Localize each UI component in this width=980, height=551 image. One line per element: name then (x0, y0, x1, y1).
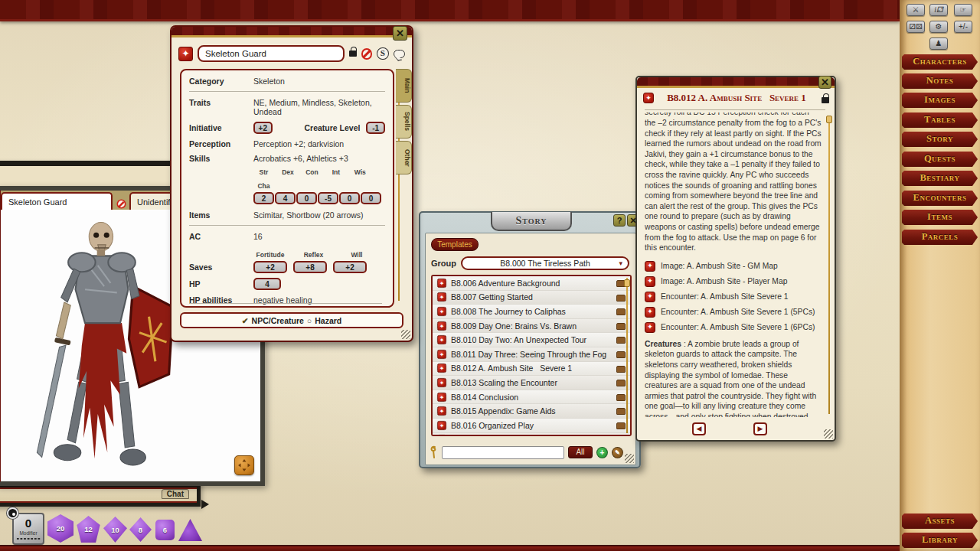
tab-main[interactable]: Main (396, 69, 412, 103)
wis-value[interactable]: 0 (339, 192, 360, 204)
book-icon[interactable] (616, 408, 626, 415)
edit-button[interactable]: ✎ (612, 447, 623, 458)
resize-grip[interactable] (401, 330, 410, 339)
book-icon[interactable] (616, 380, 626, 386)
book-icon[interactable] (616, 295, 626, 302)
pan-image-button[interactable] (234, 455, 254, 475)
next-page-button[interactable]: ▶ (753, 422, 767, 435)
close-button[interactable]: ✕ (818, 76, 831, 89)
int-value[interactable]: -5 (318, 192, 338, 204)
story-entry-row[interactable]: ✦B8.010 Day Two: An Unexpected Tour (433, 333, 630, 347)
sidebar-item-characters[interactable]: Characters (902, 54, 978, 70)
perception-value[interactable]: Perception +2; darkvision (253, 139, 344, 148)
radio-hazard-label[interactable]: Hazard (315, 316, 341, 325)
traits-value[interactable]: NE, Medium, Mindless, Skeleton, Undead (253, 98, 385, 116)
will-value[interactable]: +2 (333, 261, 367, 273)
story-entry-row[interactable]: ✦B8.006 Adventure Background (433, 276, 630, 291)
attack-dice-icon[interactable]: ⚔ (906, 4, 925, 16)
lock-icon[interactable] (349, 51, 357, 57)
ac-value[interactable]: 16 (253, 232, 263, 241)
d6-die[interactable]: 6 (155, 520, 175, 540)
sidebar-item-items[interactable]: Items (902, 210, 978, 225)
hp-value[interactable]: 4 (253, 278, 281, 290)
entry-text[interactable]: secretly roll a DC 15 Perception check f… (645, 112, 822, 417)
identify-dice-icon[interactable]: i⚁ (929, 4, 948, 16)
filter-all-button[interactable]: All (568, 446, 593, 458)
creature-level-value[interactable]: -1 (366, 122, 385, 134)
close-button[interactable]: ✕ (393, 26, 407, 41)
lock-icon[interactable] (822, 97, 829, 103)
character-icon[interactable]: ♟ (929, 37, 948, 50)
resize-grip[interactable] (625, 454, 634, 463)
dex-value[interactable]: 4 (275, 192, 296, 204)
link-encounter-6pc[interactable]: ✦Encounter: A. Ambush Site Severe 1 (6PC… (645, 322, 822, 333)
story-entry-row[interactable]: ✦B8.015 Appendix: Game Aids (433, 404, 630, 419)
book-icon[interactable] (616, 394, 626, 401)
story-entry-row[interactable]: ✦B8.016 Organized Play (433, 419, 630, 433)
fortitude-value[interactable]: +2 (253, 261, 287, 273)
pointer-icon[interactable]: ☞ (954, 4, 972, 16)
radio-unchecked-icon[interactable]: ○ (307, 316, 312, 325)
story-entry-row[interactable]: ✦B8.008 The Journey to Caliphas (433, 305, 630, 319)
speak-initial-icon[interactable]: S (377, 47, 388, 60)
skills-value[interactable]: Acrobatics +6, Athletics +3 (253, 154, 348, 163)
sidebar-item-bestiary[interactable]: Bestiary (902, 171, 978, 186)
sidebar-item-assets[interactable]: Assets (902, 514, 978, 529)
entry-scrollbar[interactable] (828, 116, 830, 414)
story-entry-row[interactable]: ✦B8.013 Scaling the Encounter (433, 376, 630, 390)
add-entry-button[interactable]: + (596, 447, 608, 458)
d4-die[interactable] (178, 519, 202, 541)
help-button[interactable]: ? (613, 214, 626, 227)
chat-tab[interactable]: Chat (162, 489, 189, 499)
story-entry-row[interactable]: ✦B8.009 Day One: Brains Vs. Brawn (433, 319, 630, 334)
sidebar-item-story[interactable]: Story (902, 132, 978, 147)
story-list-window[interactable]: Story ? ✕ Templates Group B8.000 The Tir… (419, 211, 641, 468)
reflex-value[interactable]: +8 (293, 261, 327, 273)
npc-name-input[interactable] (198, 45, 345, 62)
prev-page-button[interactable]: ◀ (692, 422, 706, 435)
sidebar-item-images[interactable]: Images (902, 93, 978, 108)
book-icon[interactable] (616, 323, 626, 330)
story-entry-row[interactable]: ✦B8.011 Day Three: Seeing Through the Fo… (433, 347, 630, 362)
d12-die[interactable]: 12 (76, 516, 101, 543)
book-icon[interactable] (616, 308, 626, 315)
token-slot-icon[interactable] (361, 48, 373, 60)
items-value[interactable]: Scimitar, Shortbow (20 arrows) (253, 210, 364, 220)
radio-npc-creature-label[interactable]: NPC/Creature (252, 316, 304, 325)
con-value[interactable]: 0 (296, 192, 317, 204)
link-encounter-5pc[interactable]: ✦Encounter: A. Ambush Site Severe 1 (5PC… (645, 307, 822, 318)
sidebar-item-tables[interactable]: Tables (902, 112, 978, 128)
book-icon[interactable] (616, 422, 626, 429)
sidebar-item-parcels[interactable]: Parcels (902, 230, 978, 245)
book-icon[interactable] (616, 351, 626, 358)
radio-checked-icon[interactable]: ✔ (242, 316, 249, 325)
d20-die[interactable]: 20 (47, 514, 74, 543)
tab-spells[interactable]: Spells (396, 105, 412, 139)
book-icon[interactable] (616, 366, 626, 373)
tab-skeleton-guard[interactable]: Skeleton Guard (1, 192, 113, 210)
group-dropdown[interactable]: B8.000 The Tireless Path ▾ (461, 256, 629, 270)
link-player-map[interactable]: ✦Image: A. Ambush Site - Player Map (645, 276, 822, 287)
category-value[interactable]: Skeleton (253, 77, 285, 86)
list-scrollbar[interactable] (626, 278, 628, 433)
story-entry-window-ambush-site[interactable]: ✕ ✦ B8.012 A. Ambush Site Severe 1 secre… (635, 76, 836, 442)
search-input[interactable] (442, 446, 564, 459)
initiative-value[interactable]: +2 (253, 122, 273, 134)
sidebar-item-quests[interactable]: Quests (902, 152, 978, 167)
book-icon[interactable] (616, 337, 626, 344)
tab-other[interactable]: Other (396, 141, 412, 174)
d10-die[interactable]: 10 (103, 517, 127, 543)
chat-bubble-icon[interactable] (394, 50, 405, 58)
link-gm-map[interactable]: ✦Image: A. Ambush Site - GM Map (645, 261, 822, 272)
options-gear-icon[interactable]: ⚙ (929, 21, 948, 33)
modifier-gear-icon[interactable] (7, 507, 18, 519)
sidebar-item-encounters[interactable]: Encounters (902, 191, 978, 206)
story-entry-row[interactable]: ✦B8.014 Conclusion (433, 390, 630, 405)
chat-entry-bar[interactable]: Chat (0, 484, 201, 507)
resize-grip[interactable] (824, 429, 833, 439)
story-entry-row[interactable]: ✦B8.007 Getting Started (433, 291, 630, 305)
link-encounter-1[interactable]: ✦Encounter: A. Ambush Site Severe 1 (645, 292, 822, 302)
cha-value[interactable]: 0 (361, 192, 381, 204)
npc-sheet-window[interactable]: ✕ ✦ S CategorySkeleton TraitsNE, Medium,… (170, 25, 413, 342)
modifiers-icon[interactable]: +/- (954, 21, 972, 33)
